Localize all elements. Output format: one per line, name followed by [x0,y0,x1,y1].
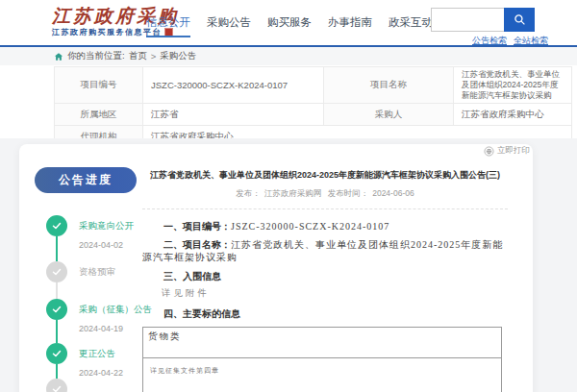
project-name-value: 江苏省党政机关、事业单位及团体组织2024-2025年度新能源汽车框架协议采购 [454,67,572,104]
meta-time-value: 2024-06-06 [372,188,414,198]
breadcrumb-separator: > [151,51,157,61]
timeline-connector [56,320,58,343]
breadcrumb-prefix: 你的当前位置: [67,50,125,62]
logo-subtitle: 江苏政府购买服务信息平台 [52,27,162,37]
timeline-connector [56,236,58,261]
section-project-name: 二、项目名称：江苏省党政机关、事业单位及团体组织2024-2025年度新能源汽车… [142,238,508,263]
timeline-connector [56,364,58,379]
meta-time-label: 发布时间： [328,188,369,198]
house-icon [54,52,63,61]
search-input[interactable] [431,8,504,32]
nav-item-service-guide[interactable]: 办事指南 [328,15,372,30]
nav-item-procurement-announcements[interactable]: 采购公告 [207,15,251,30]
section-subject-info: 四、主要标的信息 [142,307,508,320]
region-label: 所属地区 [55,104,143,126]
region-value: 江苏省 [143,104,324,126]
meta-source-label: 发布： [236,188,261,198]
article-title: 江苏省党政机关、事业单位及团体组织2024-2025年度新能源汽车框架协议采购入… [142,169,508,182]
project-info-table: 项目编号 JSZC-320000-SCZX-K2024-0107 项目名称 江苏… [54,66,572,148]
check-icon [46,215,67,236]
project-number-label: 项目编号 [55,67,143,104]
site-search-link[interactable]: 全站检索 [514,35,548,47]
goods-box: 货物类 详见征集文件第四章 [142,327,502,392]
check-icon [46,343,67,364]
progress-panel-title: 公告进度 [35,167,137,193]
project-number-value: JSZC-320000-SCZX-K2024-0107 [143,67,324,104]
breadcrumb-home-link[interactable]: 首页 [129,50,147,62]
divider [142,208,508,209]
breadcrumb: 你的当前位置: 首页 > 采购公告 [0,47,577,65]
nav-item-purchase-services[interactable]: 购买服务 [267,15,312,30]
announcement-search-link[interactable]: 公告检索 [472,35,507,47]
announcement-article: 江苏省党政机关、事业单位及团体组织2024-2025年度新能源汽车框架协议采购入… [142,144,508,392]
section-project-number: 一、项目编号：JSZC-320000-SCZX-K2024-0107 [142,220,508,233]
site-header: 江苏政府采购 江苏政府购买服务信息平台 信息公开 采购公告 购买服务 办事指南 … [0,0,577,47]
goods-category: 货物类 [143,328,501,358]
search-box [431,8,535,32]
project-name-label: 项目名称 [324,67,454,104]
meta-source-link[interactable]: 江苏政府采购网 [264,188,322,198]
content-card: 立即打印 公告进度 采购意向公开 2024-04-02 [19,144,533,392]
timeline-connector [56,282,58,299]
goods-note: 详见征集文件第四章 [143,358,501,392]
check-icon [46,261,67,282]
section-shortlist-info: 三、入围信息 [142,270,508,282]
check-icon [46,379,67,392]
page: 江苏政府采购 江苏政府购买服务信息平台 信息公开 采购公告 购买服务 办事指南 … [0,0,577,392]
nav-item-information-disclosure[interactable]: 信息公开 [146,15,190,30]
magnifier-icon [514,13,526,26]
table-row: 项目编号 JSZC-320000-SCZX-K2024-0107 项目名称 江苏… [55,67,572,104]
search-links: 公告检索 全站检索 [472,35,548,47]
content-area: 立即打印 公告进度 采购意向公开 2024-04-02 [0,138,577,392]
purchaser-value: 江苏省政府采购中心 [454,104,572,126]
search-button[interactable] [504,8,535,32]
article-meta: 发布：江苏政府采购网 发布时间：2024-06-06 [142,188,508,200]
table-row: 所属地区 江苏省 采购人 江苏省政府采购中心 [55,104,572,126]
breadcrumb-current: 采购公告 [160,50,196,62]
nav-item-procurement-interaction[interactable]: 政采互动 [389,15,433,30]
purchaser-label: 采购人 [324,104,454,126]
see-attachment-text: 详见附件 [142,287,508,300]
check-icon [46,299,67,320]
